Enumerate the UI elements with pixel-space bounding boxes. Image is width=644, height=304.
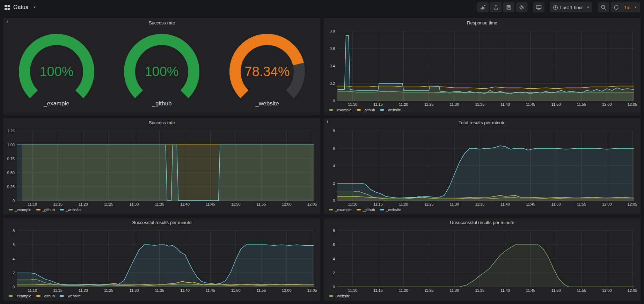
- successful-results-chart[interactable]: 11:1011:1511:2011:2511:3011:3511:4011:45…: [4, 227, 320, 293]
- svg-text:11:10: 11:10: [28, 202, 37, 206]
- legend-swatch: [36, 295, 41, 297]
- legend-label: _website: [66, 208, 81, 212]
- chart-svg: 11:1011:1511:2011:2511:3011:3511:4011:45…: [324, 28, 640, 107]
- legend-item-example[interactable]: _example: [9, 208, 31, 212]
- svg-text:11:55: 11:55: [257, 288, 266, 292]
- gauge-container: 100%_example100%_github78.34%_website: [4, 28, 320, 114]
- svg-text:11:40: 11:40: [180, 202, 190, 206]
- panel-success-rate-gauges: i Success rate 100%_example100%_github78…: [3, 18, 320, 114]
- svg-text:11:50: 11:50: [551, 288, 561, 292]
- gauge: 100%_example: [8, 32, 105, 107]
- svg-text:11:15: 11:15: [53, 288, 63, 292]
- unsuccessful-results-chart[interactable]: 11:1011:1511:2011:2511:3011:3511:4011:45…: [324, 227, 640, 293]
- chart-svg: 11:1011:1511:2011:2511:3011:3511:4011:45…: [324, 127, 640, 207]
- legend-swatch: [60, 209, 64, 210]
- svg-text:2: 2: [333, 271, 335, 275]
- legend-label: _github: [363, 208, 375, 212]
- svg-text:11:40: 11:40: [500, 102, 510, 106]
- save-button[interactable]: [503, 2, 514, 12]
- time-range-label: Last 1 hour: [560, 5, 583, 10]
- legend-item-website[interactable]: _website: [380, 108, 401, 112]
- svg-text:11:25: 11:25: [424, 102, 434, 106]
- gauge-label: _example: [44, 100, 69, 107]
- svg-text:0: 0: [13, 199, 15, 203]
- legend-swatch: [9, 295, 13, 297]
- legend-swatch: [9, 209, 13, 210]
- panel-title[interactable]: Successful results per minute: [4, 218, 320, 227]
- legend-item-example[interactable]: _example: [9, 294, 31, 298]
- panel-response-time: Response time 11:1011:1511:2011:2511:301…: [324, 18, 641, 114]
- legend-item-github[interactable]: _github: [357, 208, 375, 212]
- svg-text:11:20: 11:20: [399, 202, 408, 206]
- save-icon: [506, 5, 512, 10]
- cycle-view-button[interactable]: [533, 2, 544, 12]
- svg-text:11:25: 11:25: [104, 288, 114, 292]
- legend-label: _example: [15, 208, 31, 212]
- settings-button[interactable]: [516, 2, 527, 12]
- legend-swatch: [357, 109, 361, 111]
- legend-item-github[interactable]: _github: [36, 294, 55, 298]
- svg-text:11:50: 11:50: [231, 288, 241, 292]
- legend-item-website[interactable]: _website: [380, 208, 401, 212]
- svg-text:11:50: 11:50: [551, 102, 561, 106]
- svg-text:11:40: 11:40: [180, 288, 190, 292]
- chart-svg: 11:1011:1511:2011:2511:3011:3511:4011:45…: [4, 127, 320, 207]
- apps-icon[interactable]: [4, 5, 10, 10]
- panel-title[interactable]: Success rate: [4, 118, 320, 127]
- legend-item-example[interactable]: _example: [329, 108, 352, 112]
- success-rate-chart[interactable]: 11:1011:1511:2011:2511:3011:3511:4011:45…: [4, 127, 320, 207]
- svg-text:11:10: 11:10: [348, 288, 357, 292]
- legend-label: _example: [335, 108, 352, 112]
- refresh-button[interactable]: [611, 2, 621, 12]
- svg-text:0.8: 0.8: [330, 29, 335, 33]
- gauge-svg: 100%: [113, 32, 211, 102]
- svg-text:11:15: 11:15: [373, 202, 383, 206]
- dashboard-title[interactable]: Gatus: [13, 4, 28, 10]
- svg-text:8: 8: [333, 229, 335, 233]
- info-icon[interactable]: i: [5, 19, 9, 24]
- total-results-chart[interactable]: 11:1011:1511:2011:2511:3011:3511:4011:45…: [324, 127, 640, 207]
- navbar: Gatus Last 1 hour: [0, 0, 644, 15]
- refresh-interval-button[interactable]: 1m: [621, 2, 640, 12]
- chart-legend: _website: [324, 293, 640, 300]
- add-panel-icon: [480, 5, 486, 10]
- legend-swatch: [380, 209, 384, 210]
- chart-legend: _example_github_website: [4, 293, 320, 300]
- panel-title[interactable]: Success rate: [4, 18, 320, 28]
- svg-text:11:25: 11:25: [424, 288, 434, 292]
- legend-label: _github: [42, 208, 55, 212]
- svg-text:11:55: 11:55: [577, 288, 586, 292]
- gauge: 100%_github: [113, 32, 211, 107]
- legend-item-example[interactable]: _example: [329, 208, 352, 212]
- panel-title[interactable]: Response time: [324, 18, 640, 28]
- svg-text:4: 4: [13, 257, 15, 261]
- gauge-label: _github: [152, 100, 172, 107]
- svg-text:11:15: 11:15: [373, 288, 383, 292]
- svg-text:0.2: 0.2: [330, 81, 335, 86]
- svg-text:11:45: 11:45: [526, 202, 535, 206]
- svg-text:12:05: 12:05: [628, 288, 637, 292]
- svg-text:11:10: 11:10: [348, 202, 357, 206]
- legend-swatch: [329, 295, 333, 297]
- add-panel-button[interactable]: [477, 2, 489, 12]
- time-picker-button[interactable]: Last 1 hour: [550, 2, 592, 12]
- legend-item-website[interactable]: _website: [60, 208, 81, 212]
- caret-down-icon[interactable]: [33, 7, 36, 8]
- panel-title[interactable]: Total results per minute: [324, 118, 640, 127]
- clock-icon: [553, 5, 558, 10]
- legend-item-github[interactable]: _github: [36, 208, 55, 212]
- panel-title[interactable]: Unsuccessful results per minute: [324, 218, 640, 227]
- legend-label: _example: [15, 294, 31, 298]
- info-icon[interactable]: i: [325, 119, 330, 124]
- share-button[interactable]: [490, 2, 502, 12]
- zoom-out-button[interactable]: [598, 2, 609, 12]
- legend-item-website[interactable]: _website: [60, 294, 81, 298]
- svg-text:11:35: 11:35: [155, 288, 164, 292]
- legend-item-website[interactable]: _website: [329, 294, 350, 298]
- svg-text:11:55: 11:55: [257, 202, 266, 206]
- svg-text:12:00: 12:00: [602, 102, 612, 106]
- search-minus-icon: [601, 5, 606, 10]
- response-time-chart[interactable]: 11:1011:1511:2011:2511:3011:3511:4011:45…: [324, 28, 640, 107]
- legend-item-github[interactable]: _github: [357, 108, 375, 112]
- gauge: 78.34%_website: [218, 32, 316, 107]
